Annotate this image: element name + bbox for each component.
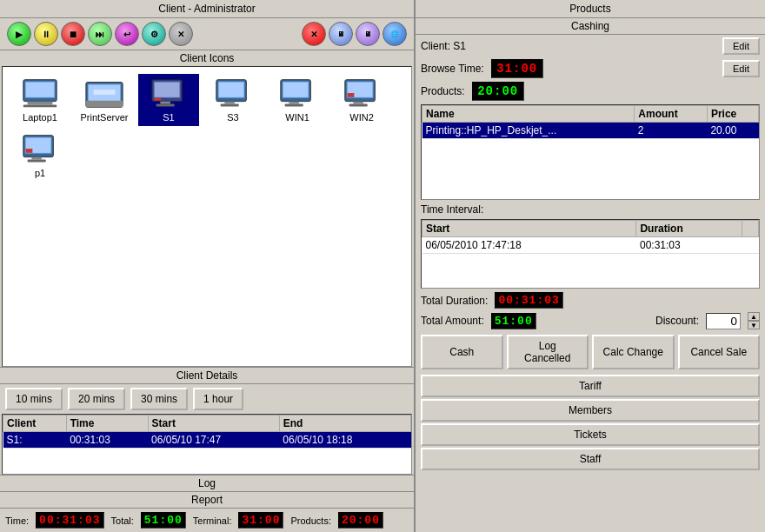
cashing-label: Cashing	[416, 18, 765, 35]
client-icon-label-printserver: PrintServer	[80, 112, 128, 123]
client-icon-label-laptop1: Laptop1	[23, 112, 57, 123]
interval-table-area: Start Duration 06/05/2010 17:47:18 00:31…	[421, 219, 760, 289]
log-table-area: Client Time Start End S1: 00:31:03 06/05…	[2, 414, 412, 475]
back-button[interactable]: ↩	[115, 22, 139, 46]
products-table-area: Name Amount Price Printing::HP_HP_Deskje…	[421, 104, 760, 200]
close-button[interactable]: ✕	[169, 22, 193, 46]
log-col-end: End	[279, 416, 410, 432]
products-table: Name Amount Price Printing::HP_HP_Deskje…	[422, 105, 759, 139]
total-amount-label: Total Amount:	[421, 315, 484, 327]
svg-rect-31	[349, 104, 368, 107]
svg-rect-13	[155, 98, 162, 101]
total-duration-label: Total Duration:	[421, 295, 488, 307]
total-duration-value: 00:31:03	[495, 292, 562, 309]
svg-rect-8	[86, 101, 123, 108]
discount-down-button[interactable]: ▼	[748, 321, 760, 329]
globe-button[interactable]: 🌐	[382, 22, 407, 46]
interval-cell-duration: 00:31:03	[636, 237, 742, 254]
svg-rect-18	[219, 83, 244, 97]
quick-time-bar: 10 mins 20 mins 30 mins 1 hour	[0, 384, 414, 414]
svg-rect-35	[26, 149, 33, 153]
client-icon-p1[interactable]: p1	[10, 130, 70, 182]
report-bar: Report	[0, 491, 414, 508]
client-icon-win2[interactable]: WIN2	[331, 74, 392, 126]
edit-button-1[interactable]: Edit	[722, 37, 760, 55]
discount-up-button[interactable]: ▲	[748, 312, 760, 321]
svg-rect-36	[31, 157, 42, 160]
bottom-status: Time: 00:31:03 Total: 51:00 Terminal: 31…	[0, 508, 414, 532]
total-amount-row: Total Amount: 51:00 Discount: ▲ ▼	[416, 310, 765, 331]
cancel-sale-button[interactable]: Cancel Sale	[678, 335, 761, 369]
interval-col-duration: Duration	[636, 221, 742, 237]
svg-rect-12	[155, 83, 180, 97]
svg-rect-37	[28, 160, 46, 163]
table-row[interactable]: S1: 00:31:03 06/05/10 17:47 06/05/10 18:…	[3, 432, 411, 449]
svg-rect-4	[23, 104, 57, 107]
tickets-button[interactable]: Tickets	[421, 423, 760, 446]
prod-col-price: Price	[707, 106, 758, 123]
client-icon-label-s3: S3	[227, 112, 238, 123]
browse-time-label: Browse Time:	[421, 63, 484, 75]
staff-button[interactable]: Staff	[421, 448, 760, 470]
products-time-value: 20:00	[472, 82, 524, 101]
client-icon-win1[interactable]: WIN1	[267, 74, 328, 126]
client-icons-label: Client Icons	[0, 50, 414, 66]
client-icon-s3[interactable]: S3	[203, 74, 263, 126]
total-value: 51:00	[141, 512, 186, 529]
log-cell-start: 06/05/10 17:47	[148, 432, 279, 449]
stop-button[interactable]: ⏹	[61, 22, 85, 46]
client-icon-label-s1: S1	[163, 112, 174, 123]
prod-cell-name: Printing::HP_HP_Deskjet_...	[422, 123, 635, 139]
20mins-button[interactable]: 20 mins	[68, 388, 125, 410]
monitor2-button[interactable]: 🖥	[356, 22, 380, 46]
svg-rect-2	[26, 83, 55, 97]
play-button[interactable]: ▶	[7, 22, 31, 46]
edit-button-2[interactable]: Edit	[722, 60, 760, 77]
client-icon-laptop1[interactable]: Laptop1	[10, 74, 70, 126]
table-row[interactable]: Printing::HP_HP_Deskjet_... 2 20.00	[422, 123, 759, 139]
svg-rect-25	[285, 104, 303, 107]
interval-col-start: Start	[422, 221, 636, 237]
total-amount-value: 51:00	[491, 313, 536, 329]
prod-col-amount: Amount	[635, 106, 708, 123]
discount-label: Discount:	[655, 315, 699, 327]
browse-time-value: 31:00	[491, 59, 543, 78]
interval-col-extra	[742, 221, 759, 237]
10mins-button[interactable]: 10 mins	[5, 388, 63, 410]
calc-change-button[interactable]: Calc Change	[592, 335, 675, 369]
interval-cell-start: 06/05/2010 17:47:18	[422, 237, 636, 254]
log-bar: Log	[0, 475, 414, 491]
client-icon-label-p1: p1	[35, 168, 45, 178]
log-cancelled-button[interactable]: Log Cancelled	[507, 335, 589, 369]
members-button[interactable]: Members	[421, 399, 760, 422]
svg-rect-15	[156, 104, 175, 107]
interval-table: Start Duration 06/05/2010 17:47:18 00:31…	[422, 220, 759, 254]
client-name: Client: S1	[421, 40, 466, 52]
log-table: Client Time Start End S1: 00:31:03 06/05…	[3, 415, 411, 449]
tariff-button[interactable]: Tariff	[421, 375, 760, 397]
products-label: Products:	[421, 85, 465, 97]
svg-rect-19	[224, 102, 235, 104]
alert-button[interactable]: ✕	[302, 22, 326, 46]
1hour-button[interactable]: 1 hour	[193, 388, 243, 410]
log-cell-time: 00:31:03	[66, 432, 148, 449]
products-status-label: Products:	[290, 515, 330, 526]
30mins-button[interactable]: 30 mins	[130, 388, 188, 410]
terminal-label: Terminal:	[193, 515, 232, 526]
total-duration-row: Total Duration: 00:31:03	[416, 290, 765, 310]
pause-button[interactable]: ⏸	[34, 22, 58, 46]
svg-rect-20	[221, 104, 239, 107]
settings-button[interactable]: ⚙	[142, 22, 166, 46]
forward-button[interactable]: ⏭	[88, 22, 112, 46]
log-col-client: Client	[3, 416, 67, 432]
client-icon-s1[interactable]: S1	[138, 74, 199, 126]
table-row[interactable]: 06/05/2010 17:47:18 00:31:03	[422, 237, 759, 254]
monitor-button[interactable]: 🖥	[329, 22, 353, 46]
time-value: 00:31:03	[36, 512, 103, 529]
client-icon-printserver[interactable]: PrintServer	[74, 74, 135, 126]
discount-input[interactable]	[706, 313, 741, 329]
client-details-bar: Client Details	[0, 367, 414, 384]
total-label: Total:	[111, 515, 134, 526]
cash-button[interactable]: Cash	[421, 335, 503, 369]
time-label: Time:	[5, 515, 29, 526]
